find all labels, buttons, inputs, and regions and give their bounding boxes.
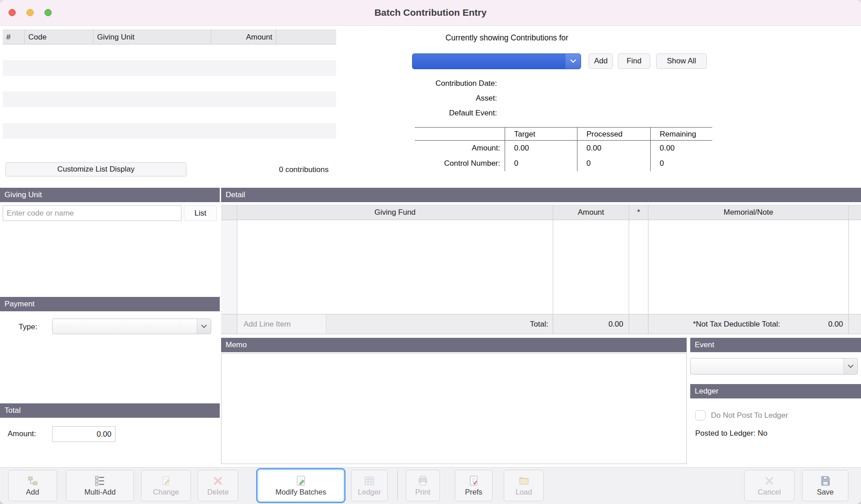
table-row [3, 92, 336, 107]
table-row [3, 107, 336, 123]
total-amount-label: Amount: [8, 429, 36, 438]
detail-footer-star [629, 314, 648, 334]
prefs-button[interactable]: Prefs [455, 470, 493, 501]
delete-button-label: Delete [207, 488, 229, 496]
payment-type-select[interactable] [52, 318, 211, 334]
asset-label: Asset: [359, 94, 497, 103]
batch-select[interactable] [412, 53, 581, 69]
add-batch-button[interactable]: Add [589, 53, 613, 69]
giving-unit-header-label: Giving Unit [4, 190, 42, 199]
contributions-table-body [3, 44, 336, 155]
event-header-label: Event [695, 340, 714, 349]
cancel-button[interactable]: Cancel [744, 470, 794, 501]
detail-footer-gutter [221, 314, 237, 334]
show-all-button[interactable]: Show All [656, 53, 707, 69]
change-button-label: Change [153, 488, 179, 496]
contributions-table: # Code Giving Unit Amount [3, 30, 336, 155]
load-button[interactable]: Load [504, 470, 544, 501]
total-amount-input[interactable] [52, 426, 115, 442]
column-header-amount[interactable]: Amount [211, 30, 276, 44]
print-button[interactable]: Print [406, 470, 440, 501]
add-button-label: Add [26, 488, 39, 496]
detail-column-giving-fund[interactable]: Giving Fund [237, 205, 553, 220]
toolbar-divider [397, 471, 398, 500]
table-row [3, 123, 336, 139]
summary-control-remaining: 0 [650, 156, 712, 171]
event-select[interactable] [690, 358, 858, 375]
payment-header-bar: Payment [0, 297, 220, 311]
modify-batches-button[interactable]: Modify Batches [258, 470, 344, 501]
add-button[interactable]: Add [8, 470, 57, 501]
summary-header-remaining: Remaining [650, 127, 712, 141]
memo-textarea[interactable] [221, 353, 687, 464]
payment-type-label: Type: [9, 323, 37, 332]
detail-body-star[interactable] [629, 220, 648, 314]
memo-header-bar: Memo [221, 338, 687, 352]
save-button[interactable]: Save [802, 470, 848, 501]
summary-control-target: 0 [505, 156, 577, 171]
detail-total-value: 0.00 [553, 314, 629, 334]
table-row [3, 60, 336, 76]
detail-footer-blank [849, 314, 861, 334]
batch-summary-table: Target Processed Remaining Amount: 0.00 … [415, 127, 712, 171]
add-line-item-button[interactable]: Add Line Item [237, 314, 326, 334]
delete-icon [212, 475, 224, 486]
ledger-header-label: Ledger [695, 387, 719, 396]
chevron-down-icon [843, 358, 857, 374]
table-row [3, 44, 336, 60]
detail-column-star[interactable]: * [629, 205, 648, 220]
find-batch-button[interactable]: Find [618, 53, 650, 69]
summary-control-label: Control Number: [415, 156, 505, 171]
detail-body-giving-fund[interactable] [237, 220, 553, 314]
detail-column-memorial[interactable]: Memorial/Note [648, 205, 849, 220]
window: Batch Contribution Entry # Code Giving U… [0, 0, 861, 504]
summary-amount-target: 0.00 [505, 141, 577, 156]
column-header-giving-unit[interactable]: Giving Unit [93, 30, 211, 44]
multi-add-button-label: Multi-Add [84, 488, 116, 496]
chevron-down-icon [197, 319, 211, 334]
zoom-button[interactable] [44, 9, 52, 16]
list-button[interactable]: List [184, 205, 217, 221]
ledger-header-bar: Ledger [690, 384, 861, 398]
detail-column-blank [849, 205, 861, 220]
window-title: Batch Contribution Entry [374, 7, 487, 18]
detail-body-amount[interactable] [553, 220, 629, 314]
giving-unit-header-bar: Giving Unit [0, 188, 220, 202]
detail-column-amount[interactable]: Amount [553, 205, 629, 220]
ledger-button[interactable]: Ledger [351, 470, 388, 501]
do-not-post-checkbox[interactable] [695, 410, 706, 420]
detail-body-memorial[interactable] [648, 220, 849, 314]
do-not-post-label: Do Not Post To Ledger [711, 411, 788, 420]
contributions-table-header: # Code Giving Unit Amount [3, 30, 336, 44]
payment-header-label: Payment [4, 300, 35, 309]
posted-to-ledger-text: Posted to Ledger: No [695, 429, 768, 438]
detail-table-footer: Add Line Item Total: 0.00 *Not Tax Deduc… [221, 314, 861, 334]
print-button-label: Print [415, 488, 430, 496]
cancel-button-label: Cancel [758, 488, 781, 496]
load-button-label: Load [515, 488, 532, 496]
save-icon [820, 475, 831, 486]
detail-table: Giving Fund Amount * Memorial/Note Add L… [221, 205, 861, 334]
giving-unit-input[interactable] [3, 205, 182, 221]
event-header-bar: Event [690, 338, 861, 352]
multi-add-button[interactable]: Multi-Add [66, 470, 134, 501]
memo-header-label: Memo [226, 340, 247, 349]
delete-button[interactable]: Delete [198, 470, 238, 501]
close-button[interactable] [9, 9, 16, 16]
modify-batches-icon [295, 475, 307, 486]
detail-body-gutter [221, 220, 237, 314]
showing-contributions-heading: Currently showing Contributions for [413, 33, 601, 43]
multi-add-icon [94, 475, 106, 486]
summary-amount-processed: 0.00 [577, 141, 650, 156]
summary-header-blank [415, 127, 505, 141]
column-header-code[interactable]: Code [25, 30, 93, 44]
change-icon [160, 475, 172, 486]
detail-body-scroll [849, 220, 861, 314]
chevron-down-icon [565, 54, 581, 69]
change-button[interactable]: Change [141, 470, 191, 501]
load-icon [518, 475, 530, 486]
minimize-button[interactable] [27, 9, 34, 16]
detail-column-gutter [221, 205, 237, 220]
column-header-number[interactable]: # [3, 30, 25, 44]
customize-list-display-button[interactable]: Customize List Display [5, 162, 186, 177]
